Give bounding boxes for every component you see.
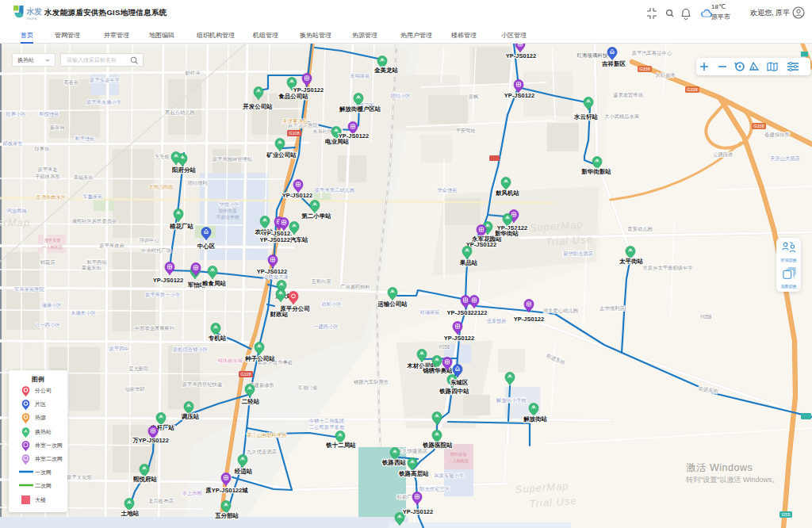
svg-text:天涯山大酒店: 天涯山大酒店 bbox=[770, 155, 800, 162]
svg-text:SHUIFA: SHUIFA bbox=[27, 17, 38, 21]
svg-text:原平分公司: 原平分公司 bbox=[279, 305, 310, 312]
svg-text:种子公司站: 种子公司站 bbox=[244, 355, 275, 362]
svg-text:原平四中: 原平四中 bbox=[109, 346, 128, 352]
svg-text:原平市第二幼儿园: 原平市第二幼儿园 bbox=[315, 187, 354, 193]
svg-text:章雇东街: 章雇东街 bbox=[81, 265, 102, 271]
svg-text:广兴酱药饲料: 广兴酱药饲料 bbox=[340, 284, 370, 290]
svg-text:春建招待所: 春建招待所 bbox=[764, 132, 790, 138]
svg-text:矿业公司站: 矿业公司站 bbox=[266, 151, 297, 159]
svg-text:调压站: 调压站 bbox=[181, 413, 200, 420]
svg-text:YP-JS0122: YP-JS0122 bbox=[466, 241, 496, 248]
svg-text:水上乐园: 水上乐园 bbox=[182, 490, 201, 496]
svg-text:郑州市原: 郑州市原 bbox=[218, 208, 236, 213]
svg-text:果品站: 果品站 bbox=[459, 259, 478, 266]
svg-text:久红超市: 久红超市 bbox=[655, 72, 675, 78]
svg-text:万YP-JS0122: 万YP-JS0122 bbox=[132, 437, 169, 444]
svg-text:鼓风机站: 鼓风机站 bbox=[496, 189, 520, 197]
svg-text:华悦小区: 华悦小区 bbox=[219, 201, 239, 208]
svg-text:解放街小学校: 解放街小学校 bbox=[496, 397, 527, 404]
svg-text:天津童汤包: 天津童汤包 bbox=[282, 118, 308, 124]
svg-text:吉祥新区: 吉祥新区 bbox=[601, 60, 626, 67]
svg-text:和平佳苑: 和平佳苑 bbox=[74, 136, 94, 142]
svg-text:二公司原平基地: 二公司原平基地 bbox=[309, 424, 345, 430]
svg-text:棉花厂站: 棉花厂站 bbox=[169, 223, 194, 230]
svg-text:中铁十二局集团: 中铁十二局集团 bbox=[309, 418, 344, 424]
svg-text:一人民医院: 一人民医院 bbox=[42, 244, 63, 250]
svg-text:晋湾牛肉水区: 晋湾牛肉水区 bbox=[36, 194, 66, 201]
svg-text:YP-JS0122: YP-JS0122 bbox=[514, 316, 544, 323]
svg-text:军兴家苑医院: 军兴家苑医院 bbox=[14, 286, 44, 293]
svg-text:铁十二局站: 铁十二局站 bbox=[325, 442, 356, 449]
svg-text:原平市第: 原平市第 bbox=[44, 238, 61, 243]
svg-text:育英幼儿园: 育英幼儿园 bbox=[627, 226, 652, 232]
svg-text:培训中心: 培训中心 bbox=[138, 237, 159, 243]
svg-text:祥瑞家苑: 祥瑞家苑 bbox=[419, 309, 439, 316]
svg-text:大小武精品水果: 大小武精品水果 bbox=[604, 113, 640, 120]
svg-text:干部休养所: 干部休养所 bbox=[35, 174, 60, 180]
svg-text:雨关爱心幼儿园: 雨关爱心幼儿园 bbox=[543, 308, 578, 314]
svg-text:阳光住宅三区: 阳光住宅三区 bbox=[419, 486, 450, 492]
svg-text:二轻站: 二轻站 bbox=[242, 398, 260, 405]
svg-text:中国农业发展银行: 中国农业发展银行 bbox=[135, 325, 175, 331]
svg-text:水云轩站: 水云轩站 bbox=[573, 113, 599, 121]
svg-text:中心区: 中心区 bbox=[197, 243, 216, 250]
svg-text:幸福东街: 幸福东街 bbox=[73, 174, 94, 181]
svg-text:原机综合楼小区: 原机综合楼小区 bbox=[173, 346, 209, 353]
svg-text:军崩门金: 军崩门金 bbox=[297, 385, 318, 390]
svg-text:粮食局站: 粮食局站 bbox=[201, 280, 227, 287]
svg-text:华众佳苑: 华众佳苑 bbox=[437, 187, 457, 193]
svg-text:新华街站: 新华街站 bbox=[494, 230, 519, 237]
svg-text:YP-JS0122: YP-JS0122 bbox=[403, 508, 433, 515]
svg-text:Y058: Y058 bbox=[700, 314, 712, 319]
svg-text:妙祥寺: 妙祥寺 bbox=[186, 70, 201, 76]
svg-text:和悦佳苑: 和悦佳苑 bbox=[38, 111, 59, 117]
svg-text:YP-JS0122: YP-JS0122 bbox=[444, 335, 474, 342]
svg-text:熙悦府站: 熙悦府站 bbox=[133, 476, 158, 483]
svg-text:文久快捷酒店: 文久快捷酒店 bbox=[397, 448, 427, 454]
svg-text:YP-JS0122: YP-JS0122 bbox=[257, 268, 287, 275]
svg-text:铁路高层站: 铁路高层站 bbox=[398, 470, 429, 477]
svg-text:盛美农贸市场: 盛美农贸市场 bbox=[613, 92, 643, 98]
svg-text:中央时代广场: 中央时代广场 bbox=[141, 247, 171, 254]
svg-text:大同刀削面: 大同刀削面 bbox=[148, 184, 173, 190]
svg-text:新兴局: 新兴局 bbox=[50, 124, 65, 131]
svg-text:五彩向置: 五彩向置 bbox=[311, 278, 331, 285]
svg-text:铁路医院站: 铁路医院站 bbox=[422, 442, 453, 449]
svg-text:专机站: 专机站 bbox=[208, 335, 227, 342]
svg-text:祥和小区: 祥和小区 bbox=[321, 301, 342, 307]
svg-text:五分部站: 五分部站 bbox=[215, 512, 239, 519]
svg-text:SuperMap: SuperMap bbox=[0, 216, 30, 228]
svg-text:原平市园林管理站: 原平市园林管理站 bbox=[213, 156, 253, 163]
svg-text:土地站: 土地站 bbox=[121, 510, 140, 517]
svg-text:军鑫家苑: 军鑫家苑 bbox=[82, 193, 102, 200]
svg-text:解放街棚户区站: 解放街棚户区站 bbox=[339, 105, 381, 113]
svg-text:仙家华部: 仙家华部 bbox=[124, 386, 144, 392]
svg-text:飞飞馆: 飞飞馆 bbox=[155, 154, 170, 160]
svg-text:志华便利店: 志华便利店 bbox=[599, 305, 625, 312]
svg-text:新华街新站: 新华街新站 bbox=[580, 168, 611, 175]
svg-text:YP-JS0122: YP-JS0122 bbox=[506, 52, 536, 59]
svg-text:新华阳光酒店: 新华阳光酒店 bbox=[563, 251, 593, 257]
svg-text:开发公司站: 开发公司站 bbox=[242, 103, 273, 110]
svg-text:一建西小区: 一建西小区 bbox=[313, 323, 339, 330]
svg-text:郑州水塔: 郑州水塔 bbox=[450, 452, 468, 457]
svg-text:永康友小区: 永康友小区 bbox=[71, 310, 96, 316]
svg-text:食品公司站: 食品公司站 bbox=[278, 93, 308, 100]
svg-text:太平街站: 太平街站 bbox=[619, 258, 644, 265]
svg-text:东明家苑: 东明家苑 bbox=[350, 73, 370, 79]
svg-text:YP-JS0122汽车站: YP-JS0122汽车站 bbox=[260, 236, 308, 243]
svg-text:YP-JS0122: YP-JS0122 bbox=[293, 86, 324, 94]
svg-text:铁路汽车队宿舍: 铁路汽车队宿舍 bbox=[353, 379, 389, 385]
svg-text:原平实达中学: 原平实达中学 bbox=[90, 77, 120, 83]
svg-text:G108: G108 bbox=[240, 372, 251, 377]
svg-text:瑞康小区: 瑞康小区 bbox=[41, 302, 62, 308]
svg-text:G55: G55 bbox=[782, 512, 790, 517]
svg-text:世原乡太平衡初级中学: 世原乡太平衡初级中学 bbox=[643, 265, 694, 271]
svg-text:团结便利: 团结便利 bbox=[187, 180, 207, 186]
svg-text:湛江山自助料理房: 湛江山自助料理房 bbox=[247, 432, 287, 438]
svg-text:YP-JS0122: YP-JS0122 bbox=[339, 132, 369, 140]
svg-text:鲜花店: 鲜花店 bbox=[40, 259, 56, 266]
svg-text:水发: 水发 bbox=[25, 7, 42, 16]
svg-text:YP-JS0122: YP-JS0122 bbox=[282, 192, 312, 199]
svg-text:红海玻璃科技: 红海玻璃科技 bbox=[577, 52, 609, 59]
